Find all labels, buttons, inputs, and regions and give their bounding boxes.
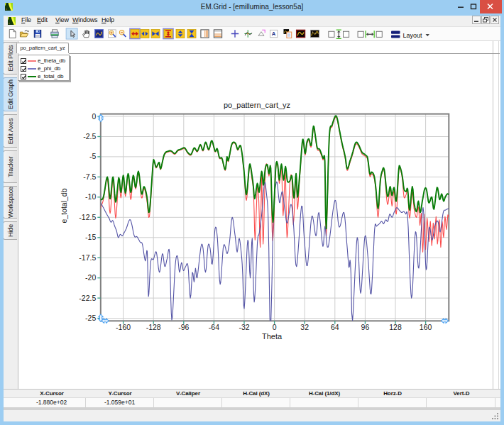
svg-text:-32: -32: [239, 323, 249, 331]
svg-text:-128: -128: [146, 323, 161, 331]
svg-text:-5: -5: [89, 152, 96, 160]
svg-text:160: 160: [420, 323, 432, 331]
svg-text:32: 32: [300, 323, 309, 331]
svg-text:-96: -96: [178, 323, 189, 331]
svg-text:-2.5: -2.5: [83, 132, 96, 140]
svg-text:-25: -25: [85, 314, 96, 322]
svg-text:0: 0: [273, 323, 277, 331]
svg-text:-17.5: -17.5: [79, 253, 96, 262]
svg-text:-160: -160: [116, 323, 131, 331]
svg-text:-12.5: -12.5: [79, 213, 96, 221]
svg-text:Theta: Theta: [262, 332, 283, 341]
svg-text:-64: -64: [209, 323, 219, 331]
svg-text:96: 96: [361, 323, 370, 331]
svg-text:A: A: [272, 31, 276, 37]
svg-text:64: 64: [331, 323, 339, 331]
svg-text:128: 128: [389, 323, 402, 331]
svg-text:-22.5: -22.5: [79, 294, 96, 302]
svg-text:po_pattern_cart_yz: po_pattern_cart_yz: [224, 101, 290, 109]
svg-text:e_total_db: e_total_db: [60, 188, 68, 223]
svg-text:-7.5: -7.5: [83, 172, 96, 181]
svg-text:-15: -15: [85, 233, 96, 241]
svg-text:0: 0: [92, 112, 96, 121]
svg-text:-20: -20: [85, 273, 96, 282]
svg-text:Layout: Layout: [403, 32, 423, 39]
svg-text:-10: -10: [85, 192, 96, 201]
